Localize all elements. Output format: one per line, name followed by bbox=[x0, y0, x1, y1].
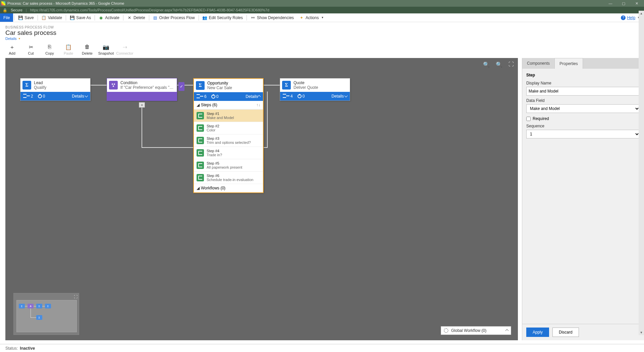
step-icon bbox=[197, 137, 204, 144]
minimize-button[interactable]: — bbox=[604, 1, 616, 5]
tab-components[interactable]: Components bbox=[522, 58, 554, 69]
discard-button[interactable]: Discard bbox=[552, 328, 579, 337]
stage-node-opportunity[interactable]: Opportunity New Car Sale 6 0 Details ◢St… bbox=[193, 78, 264, 193]
header-details-toggle[interactable]: Details▼ bbox=[5, 37, 639, 41]
step-item[interactable]: Step #4Trade in? bbox=[194, 146, 263, 159]
connector-line bbox=[267, 92, 268, 148]
edit-security-roles-button[interactable]: 👥Edit Security Roles bbox=[200, 15, 246, 20]
step-icon bbox=[197, 162, 204, 169]
scissors-icon: ✂ bbox=[21, 44, 40, 50]
stage-details-toggle[interactable]: Details bbox=[72, 94, 88, 99]
stage-details-toggle[interactable]: Details bbox=[246, 94, 260, 99]
validate-icon: 📋 bbox=[42, 15, 46, 20]
properties-group-title: Step bbox=[526, 73, 640, 77]
plus-icon: ＋ bbox=[3, 44, 21, 50]
connector-button[interactable]: ⇢Connector bbox=[115, 44, 134, 55]
minimap-node: Σ bbox=[45, 304, 51, 308]
save-icon: 💾 bbox=[18, 15, 23, 20]
stage-node-quote[interactable]: Quote Deliver Quote 4 0 Details bbox=[280, 78, 350, 101]
step-item[interactable]: Step #3Trim and options selected? bbox=[194, 134, 263, 146]
sequence-select[interactable]: 1 bbox=[526, 130, 640, 138]
actions-menu[interactable]: ✦Actions▼ bbox=[297, 15, 326, 20]
connector-icon: ⇢ bbox=[115, 44, 134, 50]
stage-subtitle: Deliver Quote bbox=[293, 85, 318, 90]
save-as-button[interactable]: 💾Save As bbox=[67, 15, 94, 20]
camera-icon: 📷 bbox=[97, 44, 115, 50]
condition-true-badge: ✓ bbox=[178, 82, 184, 91]
stage-subtitle: New Car Sale bbox=[207, 85, 232, 90]
snapshot-button[interactable]: 📷Snapshot bbox=[97, 44, 115, 55]
stage-title: Quote bbox=[293, 80, 318, 85]
workflow-count-icon bbox=[211, 95, 215, 99]
stage-icon bbox=[22, 81, 31, 90]
step-item[interactable]: Step #5All paperwork present bbox=[194, 159, 263, 171]
step-icon bbox=[197, 124, 204, 132]
minimap-expand-icon[interactable]: ⛶ bbox=[74, 295, 77, 299]
chevron-up-icon[interactable] bbox=[506, 328, 508, 333]
scroll-up-icon[interactable]: ▲ bbox=[639, 11, 644, 16]
cut-button[interactable]: ✂Cut bbox=[21, 44, 40, 55]
stage-subtitle: Qualify bbox=[34, 85, 46, 90]
steps-count-icon bbox=[23, 94, 30, 99]
expand-icon: ◢ bbox=[197, 186, 200, 190]
window-titlebar: Process: Car sales process - Microsoft D… bbox=[0, 0, 644, 7]
delete-button[interactable]: ✕Delete bbox=[124, 15, 148, 20]
delete-action-button[interactable]: 🗑Delete bbox=[78, 44, 97, 55]
status-bar: Status: Inactive bbox=[0, 344, 644, 352]
zoom-in-button[interactable]: 🔍 bbox=[496, 61, 502, 68]
activate-button[interactable]: ◉Activate bbox=[96, 15, 122, 20]
fit-to-screen-button[interactable]: ⛶ bbox=[508, 61, 514, 68]
close-button[interactable]: ✕ bbox=[631, 1, 643, 6]
order-process-flow-button[interactable]: ▤Order Process Flow bbox=[150, 15, 198, 20]
saveas-icon: 💾 bbox=[70, 15, 74, 20]
minimap[interactable]: ⛶ Σ ⋔ Σ Σ Σ bbox=[13, 293, 79, 335]
step-item[interactable]: Step #2Color bbox=[194, 122, 263, 134]
display-name-label: Display Name bbox=[526, 81, 640, 85]
steps-section-header[interactable]: ◢Steps (6) ↑↓ bbox=[194, 101, 263, 109]
command-bar: File 💾Save 📋Validate 💾Save As ◉Activate … bbox=[0, 13, 644, 22]
display-name-input[interactable] bbox=[526, 87, 640, 96]
address-bar: 🔒 Secure | https://trial1705.crm.dynamic… bbox=[0, 7, 644, 13]
workflow-count-icon bbox=[38, 94, 42, 98]
add-button[interactable]: ＋Add bbox=[3, 44, 21, 55]
window-controls: — ▢ ✕ bbox=[604, 1, 643, 6]
delete-icon: ✕ bbox=[127, 15, 132, 20]
condition-false-badge[interactable]: ✕ bbox=[139, 102, 145, 108]
step-item[interactable]: Step #6Schedule trade-in evaluation bbox=[194, 171, 263, 184]
scroll-down-icon[interactable]: ▼ bbox=[639, 330, 644, 335]
security-icon: 👥 bbox=[203, 15, 207, 20]
apply-button[interactable]: Apply bbox=[526, 328, 549, 337]
connector-line bbox=[142, 107, 142, 147]
step-icon bbox=[197, 112, 204, 119]
condition-node[interactable]: Condition If "Car Preference" equals "Ne… bbox=[107, 78, 177, 101]
stage-details-toggle[interactable]: Details bbox=[331, 94, 347, 99]
stage-title: Lead bbox=[34, 80, 46, 85]
stage-node-lead[interactable]: Lead Qualify 2 0 Details bbox=[20, 78, 91, 101]
activate-icon: ◉ bbox=[99, 15, 103, 20]
minimap-viewport[interactable]: Σ ⋔ Σ Σ Σ bbox=[16, 300, 77, 332]
save-button[interactable]: 💾Save bbox=[15, 15, 36, 20]
maximize-button[interactable]: ▢ bbox=[618, 1, 630, 6]
paste-button[interactable]: 📋Paste bbox=[59, 44, 78, 55]
required-checkbox[interactable] bbox=[526, 117, 531, 121]
connector-line bbox=[264, 85, 280, 85]
zoom-out-button[interactable]: 🔍 bbox=[483, 61, 490, 68]
move-down-icon[interactable]: ↓ bbox=[258, 103, 260, 107]
validate-button[interactable]: 📋Validate bbox=[39, 15, 65, 20]
show-dependencies-button[interactable]: ⚯Show Dependencies bbox=[248, 15, 297, 20]
step-icon bbox=[197, 149, 204, 157]
tab-properties[interactable]: Properties bbox=[554, 58, 583, 69]
data-field-select[interactable]: Make and Model bbox=[526, 104, 640, 113]
step-item[interactable]: Step #1Make and Model bbox=[194, 109, 263, 122]
global-workflow-bar[interactable]: Global Workflow (0) bbox=[441, 326, 511, 335]
expand-icon: ◢ bbox=[197, 103, 200, 107]
stage-title: Opportunity bbox=[207, 81, 232, 85]
order-icon: ▤ bbox=[153, 15, 158, 20]
workflows-section-header[interactable]: ◢Workflows (0) bbox=[194, 184, 263, 192]
designer-canvas[interactable]: 🔍 🔍 ⛶ Lead Qualify 2 0 bbox=[5, 58, 518, 340]
panel-scrollbar[interactable]: ▲ ▼ bbox=[639, 11, 644, 335]
copy-button[interactable]: ⎘Copy bbox=[40, 44, 59, 55]
steps-count-icon bbox=[283, 94, 289, 99]
status-label: Status: bbox=[5, 346, 18, 351]
file-menu[interactable]: File bbox=[0, 13, 13, 22]
